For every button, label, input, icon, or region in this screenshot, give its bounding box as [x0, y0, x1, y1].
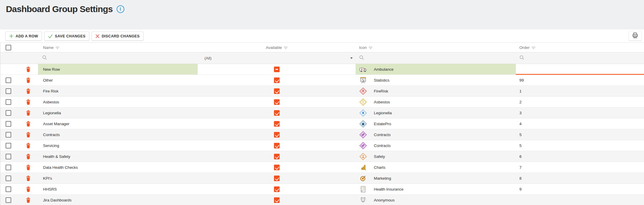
icon-cell[interactable]: Legionella [356, 108, 516, 118]
available-cell[interactable] [198, 75, 356, 85]
column-header-icon[interactable]: Icon [356, 45, 516, 50]
available-cell[interactable] [198, 86, 356, 96]
print-button[interactable] [629, 31, 642, 41]
available-cell[interactable] [198, 173, 356, 183]
header-filter-icon[interactable] [284, 47, 288, 49]
order-cell[interactable]: 4 [516, 118, 644, 129]
icon-filter-input[interactable] [356, 52, 516, 64]
available-checkbox[interactable] [274, 77, 280, 83]
delete-row-icon[interactable] [26, 143, 31, 148]
icon-cell[interactable]: Statistics [356, 75, 516, 85]
row-select-checkbox[interactable] [6, 99, 11, 105]
available-cell[interactable] [198, 195, 356, 205]
column-header-order[interactable]: Order [516, 45, 644, 50]
name-cell[interactable]: Asbestos [38, 97, 198, 107]
name-cell[interactable]: KPI's [38, 173, 198, 183]
available-cell[interactable] [198, 108, 356, 118]
available-cell[interactable] [198, 184, 356, 194]
delete-row-icon[interactable] [26, 165, 31, 170]
name-cell[interactable]: Other [38, 75, 198, 85]
row-select-checkbox[interactable] [6, 154, 11, 159]
available-checkbox[interactable] [274, 99, 280, 105]
available-checkbox[interactable] [274, 132, 280, 138]
order-cell[interactable]: 5 [516, 140, 644, 151]
save-changes-button[interactable]: SAVE CHANGES [44, 32, 89, 41]
available-cell[interactable] [198, 118, 356, 129]
order-cell[interactable]: 9 [516, 184, 644, 194]
name-filter-input[interactable] [38, 52, 198, 64]
order-cell[interactable] [516, 195, 644, 205]
row-select-checkbox[interactable] [6, 197, 11, 203]
delete-row-icon[interactable] [26, 77, 31, 83]
available-checkbox[interactable] [274, 165, 280, 170]
available-cell[interactable] [198, 162, 356, 173]
available-checkbox[interactable] [274, 121, 280, 127]
order-cell[interactable]: 7 [516, 162, 644, 173]
available-checkbox[interactable] [274, 143, 280, 148]
icon-cell[interactable]: Health Insurance [356, 184, 516, 194]
name-cell[interactable]: Servicing [38, 140, 198, 151]
name-cell[interactable]: Contracts [38, 129, 198, 140]
order-cell[interactable]: 99 [516, 75, 644, 85]
name-cell[interactable]: HHSRS [38, 184, 198, 194]
name-cell[interactable]: New Row [38, 64, 198, 75]
icon-cell[interactable]: FireRisk [356, 86, 516, 96]
row-select-checkbox[interactable] [6, 121, 11, 127]
icon-cell[interactable]: Safety [356, 151, 516, 162]
header-filter-icon[interactable] [532, 47, 535, 49]
delete-row-icon[interactable] [26, 186, 31, 192]
order-cell[interactable]: 6 [516, 151, 644, 162]
row-select-checkbox[interactable] [6, 132, 11, 138]
order-cell[interactable]: 3 [516, 108, 644, 118]
icon-cell[interactable]: EstatePro [356, 118, 516, 129]
order-cell[interactable]: 5 [516, 129, 644, 140]
row-select-checkbox[interactable] [6, 143, 11, 148]
delete-row-icon[interactable] [26, 88, 31, 94]
available-checkbox[interactable] [274, 186, 280, 192]
delete-row-icon[interactable] [26, 121, 31, 127]
delete-row-icon[interactable] [26, 132, 31, 138]
delete-row-icon[interactable] [26, 197, 31, 203]
row-select-checkbox[interactable] [6, 186, 11, 192]
name-cell[interactable]: Jira Dashboards [38, 195, 198, 205]
discard-changes-button[interactable]: DISCARD CHANGES [92, 32, 143, 41]
icon-cell[interactable]: ! Asbestos [356, 97, 516, 107]
available-cell[interactable] [198, 151, 356, 162]
icon-cell[interactable]: Contracts [356, 140, 516, 151]
delete-row-icon[interactable] [26, 110, 31, 116]
available-checkbox[interactable] [274, 67, 280, 72]
delete-row-icon[interactable] [26, 99, 31, 105]
available-cell[interactable] [198, 97, 356, 107]
name-cell[interactable]: Fire Risk [38, 86, 198, 96]
delete-row-icon[interactable] [26, 154, 31, 159]
available-filter-select[interactable]: (All) [198, 52, 356, 64]
delete-row-icon[interactable] [26, 176, 31, 181]
row-select-checkbox[interactable] [6, 176, 11, 181]
icon-cell[interactable]: Marketing [356, 173, 516, 183]
name-cell[interactable]: Health & Safety [38, 151, 198, 162]
available-checkbox[interactable] [274, 176, 280, 181]
available-checkbox[interactable] [274, 110, 280, 116]
available-checkbox[interactable] [274, 88, 280, 94]
available-checkbox[interactable] [274, 154, 280, 159]
icon-cell[interactable]: Contracts [356, 129, 516, 140]
name-cell[interactable]: Legionella [38, 108, 198, 118]
delete-row-icon[interactable] [26, 67, 31, 72]
row-select-checkbox[interactable] [6, 88, 11, 94]
available-cell[interactable] [198, 64, 356, 75]
icon-cell[interactable]: Ambulance [356, 64, 516, 75]
icon-cell[interactable]: Charts [356, 162, 516, 173]
info-icon[interactable]: i [117, 5, 124, 13]
column-header-available[interactable]: Available [198, 45, 356, 50]
order-cell[interactable] [516, 64, 644, 75]
row-select-checkbox[interactable] [6, 165, 11, 170]
header-filter-icon[interactable] [369, 47, 372, 49]
order-filter-input[interactable] [516, 52, 644, 64]
order-cell[interactable]: 2 [516, 97, 644, 107]
order-cell[interactable]: 1 [516, 86, 644, 96]
name-cell[interactable]: Asset Manager [38, 118, 198, 129]
order-cell[interactable]: 8 [516, 173, 644, 183]
column-header-name[interactable]: Name [38, 45, 198, 50]
select-all-checkbox[interactable] [6, 45, 11, 50]
add-a-row-button[interactable]: ADD A ROW [5, 32, 42, 41]
